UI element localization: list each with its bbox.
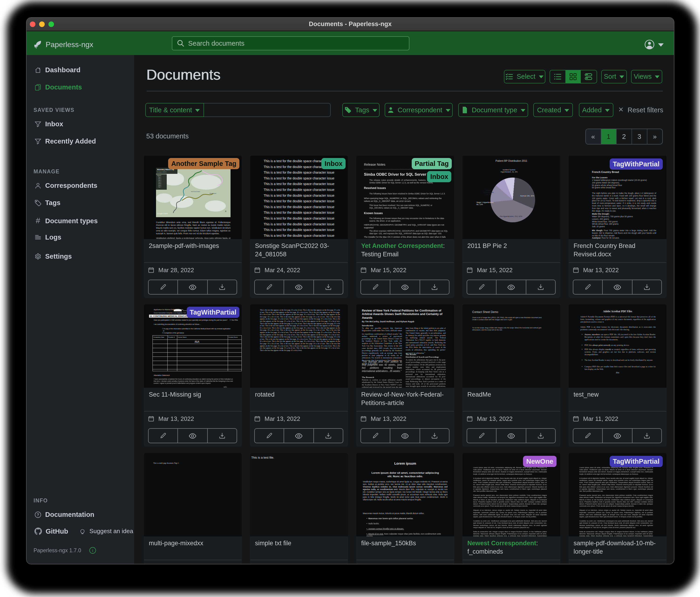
svg-text:i: i bbox=[92, 548, 93, 553]
svg-text:?: ? bbox=[37, 512, 39, 517]
